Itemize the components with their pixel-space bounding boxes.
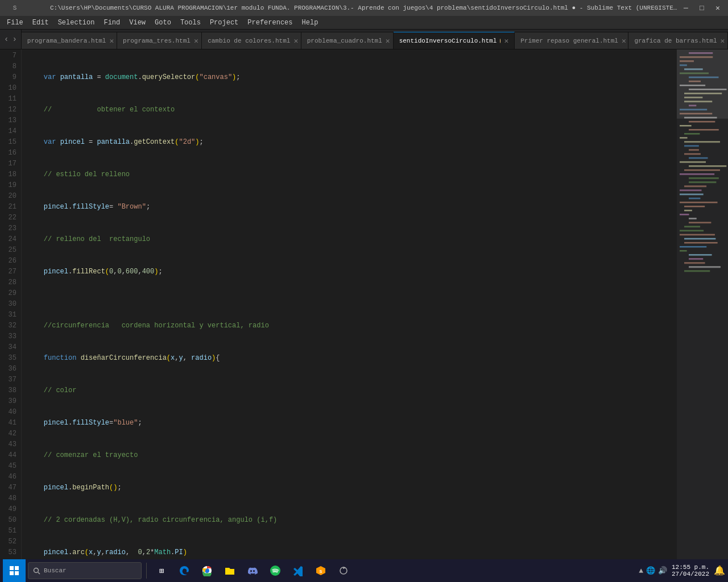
menu-view[interactable]: View — [125, 16, 150, 29]
tab-label: programa_bandera.html — [27, 38, 106, 44]
system-tray: ▲ 🌐 🔊 — [639, 566, 667, 575]
tab-label: grafica de barras.html — [634, 38, 717, 44]
tab-close-icon[interactable]: ✕ — [504, 36, 508, 45]
edge-button[interactable] — [174, 560, 195, 581]
menu-help[interactable]: Help — [297, 16, 323, 29]
code-line-12: // relleno del rectangulo — [27, 234, 677, 245]
menu-file[interactable]: File — [2, 16, 28, 29]
code-line-17: // color — [27, 385, 677, 396]
tab-close-icon[interactable]: ✕ — [386, 36, 390, 45]
minimap — [677, 49, 728, 568]
titlebar-controls: ─ □ ✕ — [680, 2, 723, 14]
svg-rect-2 — [10, 571, 14, 575]
date-display: 27/04/2022 — [672, 571, 709, 577]
code-line-13: pincel.fillRect(0,0,600,400); — [27, 267, 677, 277]
tray-icon-1: ▲ — [639, 567, 643, 575]
taskbar-separator — [146, 563, 147, 579]
svg-line-5 — [38, 572, 40, 574]
code-line-22: pincel.arc(x,y,radio, 0,2*Math.PI) — [27, 547, 677, 558]
tab-cambio-colores[interactable]: cambio de colores.html ✕ — [202, 32, 301, 49]
code-line-7: var pantalla = document.querySelector("c… — [27, 72, 677, 83]
files-button[interactable] — [220, 560, 240, 581]
tab-grafica-barras[interactable]: grafica de barras.html ✕ — [628, 32, 728, 49]
tab-problema-cuadro[interactable]: problema_cuadro.html ✕ — [301, 32, 394, 49]
next-tab-arrow[interactable]: › — [10, 34, 18, 45]
close-button[interactable]: ✕ — [712, 2, 723, 14]
chrome-button[interactable] — [197, 560, 217, 581]
time-display: 12:55 p.m. — [672, 564, 709, 571]
notifications-button[interactable]: 🔔 — [714, 565, 725, 576]
tab-close-icon[interactable]: ✕ — [194, 36, 198, 45]
code-line-18: pincel.fillStyle="blue"; — [27, 418, 677, 429]
code-line-10: // estilo del relleno — [27, 169, 677, 180]
svg-text:S: S — [320, 569, 322, 574]
code-line-20: pincel.beginPath(); — [27, 483, 677, 493]
menu-tools[interactable]: Tools — [176, 16, 205, 29]
code-line-8: // obtener el contexto — [27, 105, 677, 115]
titlebar-title: C:\Users\HP\Documents\CURSO ALURA PROGRA… — [50, 5, 680, 11]
menu-goto[interactable]: Goto — [150, 16, 176, 29]
start-button[interactable] — [3, 559, 26, 582]
line-numbers: 7891011 1213141516 1718192021 2223242526… — [0, 49, 22, 568]
refresh-button[interactable] — [333, 560, 354, 581]
prev-tab-arrow[interactable]: ‹ — [2, 34, 10, 45]
tab-close-icon[interactable]: ✕ — [622, 36, 626, 45]
nav-arrows: ‹ › — [0, 30, 22, 49]
svg-rect-0 — [10, 566, 14, 570]
svg-point-7 — [205, 569, 209, 572]
menubar: File Edit Selection Find View Goto Tools… — [0, 16, 728, 30]
minimap-canvas — [677, 49, 728, 568]
menu-preferences[interactable]: Preferences — [243, 16, 297, 29]
menu-project[interactable]: Project — [205, 16, 243, 29]
tab-label: programa_tres.html — [123, 38, 191, 44]
tab-programa-bandera[interactable]: programa_bandera.html ✕ — [22, 32, 117, 49]
sublime-button[interactable]: S — [311, 560, 331, 581]
taskbar: Buscar ⊞ S ▲ 🌐 🔊 — [0, 559, 728, 582]
code-line-21: // 2 cordenadas (H,V), radio circunferen… — [27, 515, 677, 526]
tab-close-icon[interactable]: ✕ — [721, 36, 725, 45]
vscode-button[interactable] — [288, 560, 308, 581]
titlebar: S C:\Users\HP\Documents\CURSO ALURA PROG… — [0, 0, 728, 16]
taskview-button[interactable]: ⊞ — [151, 560, 172, 581]
maximize-button[interactable]: □ — [696, 2, 708, 14]
clock: 12:55 p.m. 27/04/2022 — [672, 564, 709, 577]
code-editor[interactable]: var pantalla = document.querySelector("c… — [22, 49, 677, 568]
tab-label: Primer repaso general.html — [520, 38, 618, 44]
modified-indicator — [500, 39, 500, 43]
code-line-11: pincel.fillStyle= "Brown"; — [27, 202, 677, 213]
spotify-button[interactable] — [265, 560, 286, 581]
minimize-button[interactable]: ─ — [680, 2, 692, 14]
search-bar[interactable]: Buscar — [28, 562, 142, 579]
taskbar-right: ▲ 🌐 🔊 12:55 p.m. 27/04/2022 🔔 — [639, 564, 725, 577]
svg-rect-3 — [15, 571, 19, 575]
tab-label: problema_cuadro.html — [307, 38, 382, 44]
tab-label: sentidoInversoCirculo.html — [399, 38, 497, 44]
tab-programa-tres[interactable]: programa_tres.html ✕ — [117, 32, 202, 49]
tab-close-icon[interactable]: ✕ — [293, 36, 298, 45]
code-line-16: function diseñarCircunferencia(x,y, radi… — [27, 353, 677, 364]
tab-label: cambio de colores.html — [208, 38, 290, 44]
tab-close-icon[interactable]: ✕ — [109, 36, 114, 45]
code-line-15: //circunferencia cordena horizontal y ve… — [27, 321, 677, 331]
menu-find[interactable]: Find — [99, 16, 125, 29]
code-line-9: var pincel = pantalla.getContext("2d"); — [27, 137, 677, 148]
svg-rect-1 — [15, 566, 19, 570]
tab-sentido-inverso[interactable]: sentidoInversoCirculo.html ✕ — [394, 32, 515, 49]
discord-button[interactable] — [242, 560, 263, 581]
editor-area: 7891011 1213141516 1718192021 2223242526… — [0, 49, 728, 568]
search-placeholder: Buscar — [44, 567, 67, 574]
menu-edit[interactable]: Edit — [28, 16, 53, 29]
tab-primer-repaso[interactable]: Primer repaso general.html ✕ — [515, 32, 628, 49]
network-icon: 🌐 — [646, 566, 655, 575]
code-line-19: // comenzar el trayecto — [27, 450, 677, 461]
svg-point-4 — [34, 568, 39, 572]
volume-icon: 🔊 — [658, 566, 667, 575]
tabsbar: ‹ › programa_bandera.html ✕ programa_tre… — [0, 30, 728, 49]
menu-selection[interactable]: Selection — [53, 16, 100, 29]
